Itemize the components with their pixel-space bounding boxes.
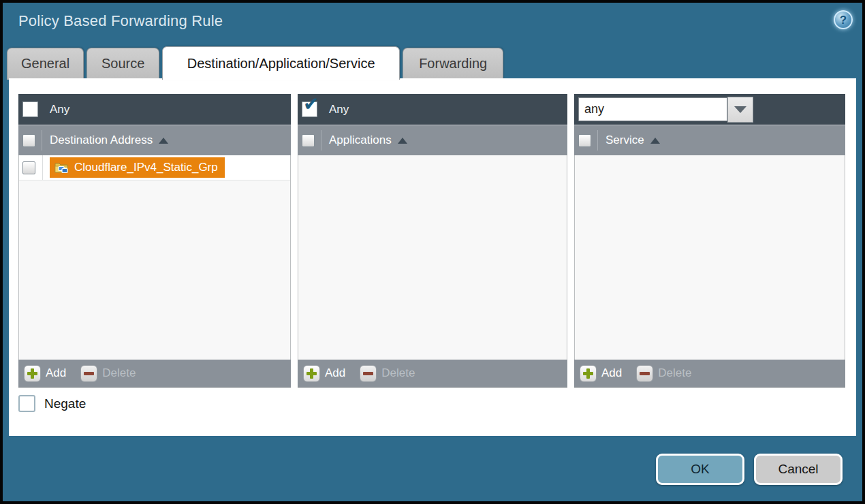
applications-footer: Add Delete bbox=[298, 360, 567, 388]
destination-any-label: Any bbox=[50, 103, 69, 116]
tab-destination-application-service[interactable]: Destination/Application/Service bbox=[162, 46, 400, 80]
destination-any-checkbox[interactable]: ✔ bbox=[22, 101, 38, 117]
table-row[interactable]: ✔ Cloudflare_IPv4_Static_Grp bbox=[19, 155, 290, 180]
policy-based-forwarding-dialog: Policy Based Forwarding Rule ? General S… bbox=[0, 0, 865, 504]
service-column: any ✔ Service Add bbox=[574, 94, 845, 388]
negate-label: Negate bbox=[44, 396, 86, 411]
applications-any-header: ✔ Any bbox=[298, 94, 567, 125]
sort-asc-icon bbox=[159, 138, 168, 144]
tab-bar: General Source Destination/Application/S… bbox=[7, 46, 503, 80]
applications-list bbox=[298, 155, 567, 360]
add-plus-icon bbox=[24, 365, 41, 382]
applications-delete-button[interactable]: Delete bbox=[360, 365, 415, 382]
ok-button[interactable]: OK bbox=[656, 454, 744, 485]
delete-minus-icon bbox=[80, 365, 97, 382]
destination-add-button[interactable]: Add bbox=[24, 365, 66, 382]
applications-column: ✔ Any ✔ Applications Add Delete bbox=[298, 94, 567, 388]
dialog-title: Policy Based Forwarding Rule bbox=[18, 12, 223, 30]
destination-address-list: ✔ Cloudflare_IPv4_Static_Grp bbox=[18, 155, 291, 360]
service-column-header[interactable]: ✔ Service bbox=[574, 125, 845, 155]
negate-row: Negate bbox=[18, 395, 86, 412]
service-footer: Add Delete bbox=[574, 360, 845, 388]
chevron-down-icon bbox=[734, 106, 746, 113]
selected-address-object[interactable]: Cloudflare_IPv4_Static_Grp bbox=[50, 157, 225, 178]
tab-source[interactable]: Source bbox=[86, 48, 159, 80]
cancel-button[interactable]: Cancel bbox=[754, 454, 843, 485]
divider bbox=[321, 130, 321, 151]
add-plus-icon bbox=[580, 365, 597, 382]
divider bbox=[597, 130, 598, 151]
service-delete-button[interactable]: Delete bbox=[636, 365, 691, 382]
divider bbox=[42, 130, 42, 151]
applications-any-label: Any bbox=[329, 103, 349, 116]
tab-general[interactable]: General bbox=[7, 48, 84, 80]
service-mode-dropdown[interactable]: any bbox=[578, 97, 753, 123]
destination-address-column-header[interactable]: ✔ Destination Address bbox=[18, 125, 291, 155]
delete-minus-icon bbox=[360, 365, 377, 382]
sort-asc-icon bbox=[398, 138, 407, 144]
add-plus-icon bbox=[303, 365, 320, 382]
applications-column-label: Applications bbox=[329, 133, 392, 147]
destination-address-column: ✔ Any ✔ Destination Address ✔ bbox=[18, 94, 291, 388]
destination-address-column-label: Destination Address bbox=[50, 133, 153, 147]
applications-select-all-checkbox[interactable]: ✔ bbox=[302, 134, 315, 147]
destination-select-all-checkbox[interactable]: ✔ bbox=[22, 134, 35, 147]
selected-address-label: Cloudflare_IPv4_Static_Grp bbox=[74, 161, 218, 174]
service-add-button[interactable]: Add bbox=[580, 365, 622, 382]
tab-content-panel: ✔ Any ✔ Destination Address ✔ bbox=[9, 78, 856, 436]
dropdown-button[interactable] bbox=[727, 97, 753, 123]
applications-any-checkbox[interactable]: ✔ bbox=[302, 101, 317, 117]
destination-delete-button[interactable]: Delete bbox=[80, 365, 136, 382]
service-dropdown-header: any bbox=[574, 94, 845, 125]
address-group-icon bbox=[54, 161, 69, 174]
service-select-all-checkbox[interactable]: ✔ bbox=[578, 134, 591, 147]
service-list bbox=[574, 155, 845, 360]
delete-minus-icon bbox=[636, 365, 653, 382]
row-checkbox[interactable]: ✔ bbox=[22, 161, 35, 174]
service-column-label: Service bbox=[606, 133, 644, 147]
service-mode-value[interactable]: any bbox=[578, 97, 727, 121]
applications-column-header[interactable]: ✔ Applications bbox=[298, 125, 567, 155]
sort-asc-icon bbox=[650, 138, 660, 144]
negate-checkbox[interactable] bbox=[18, 395, 35, 412]
help-icon[interactable]: ? bbox=[834, 10, 853, 29]
tab-forwarding[interactable]: Forwarding bbox=[403, 48, 503, 80]
applications-add-button[interactable]: Add bbox=[303, 365, 345, 382]
destination-any-header: ✔ Any bbox=[18, 94, 291, 125]
destination-footer: Add Delete bbox=[18, 360, 291, 388]
